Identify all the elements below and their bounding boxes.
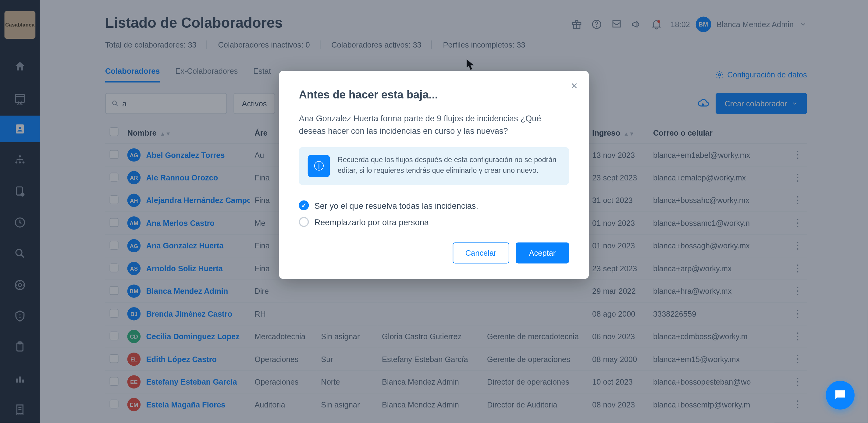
chat-bubble[interactable]	[826, 381, 854, 409]
modal-title: Antes de hacer esta baja...	[299, 89, 569, 101]
radio-icon	[299, 217, 309, 227]
baja-modal: ✕ Antes de hacer esta baja... Ana Gonzal…	[279, 71, 589, 279]
option2-label: Reemplazarlo por otra persona	[314, 217, 429, 227]
info-icon: ⓘ	[308, 155, 330, 177]
modal-close-button[interactable]: ✕	[570, 81, 578, 91]
modal-body: Ana Gonzalez Huerta forma parte de 9 flu…	[299, 113, 569, 138]
modal-overlay[interactable]: ✕ Antes de hacer esta baja... Ana Gonzal…	[0, 0, 868, 423]
option-self-resolve[interactable]: Ser yo el que resuelva todas las inciden…	[299, 197, 569, 213]
option1-label: Ser yo el que resuelva todas las inciden…	[314, 201, 478, 210]
option-replace[interactable]: Reemplazarlo por otra persona	[299, 214, 569, 230]
cancel-button[interactable]: Cancelar	[453, 242, 509, 263]
info-box: ⓘ Recuerda que los flujos después de est…	[299, 147, 569, 185]
radio-icon	[299, 200, 309, 210]
accept-button[interactable]: Aceptar	[516, 242, 569, 263]
info-text: Recuerda que los flujos después de esta …	[338, 155, 560, 177]
